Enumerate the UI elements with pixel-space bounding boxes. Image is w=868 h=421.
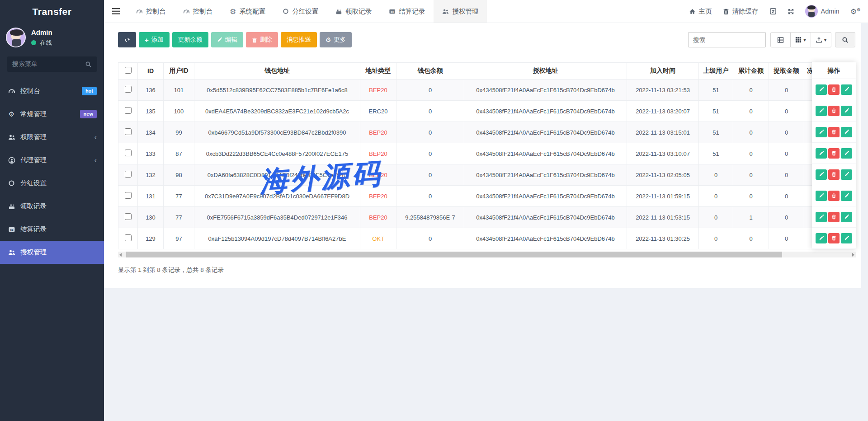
row-select-cell bbox=[118, 186, 138, 207]
sidebar-item-general[interactable]: ⚙ 常规管理 new bbox=[0, 103, 104, 126]
row-edit-alt-button[interactable] bbox=[841, 84, 852, 95]
row-edit-button[interactable] bbox=[816, 106, 827, 116]
horizontal-scrollbar[interactable] bbox=[118, 252, 856, 257]
search-submit-button[interactable] bbox=[835, 32, 855, 47]
cell-time: 2022-11-13 01:53:15 bbox=[627, 207, 699, 228]
row-checkbox[interactable] bbox=[125, 86, 132, 93]
edit-toolbar-button[interactable]: 编辑 bbox=[211, 32, 243, 47]
menu-search-input[interactable]: 搜索菜单 bbox=[7, 56, 97, 72]
user-menu[interactable]: Admin bbox=[805, 5, 840, 18]
cell-withdraw: 0 bbox=[769, 164, 804, 186]
table-search-input[interactable] bbox=[688, 32, 766, 47]
row-checkbox[interactable] bbox=[125, 192, 132, 199]
clear-cache-link[interactable]: 清除缓存 bbox=[723, 7, 759, 16]
sidebar-item-authorizations[interactable]: 授权管理 bbox=[0, 241, 104, 264]
action-row bbox=[812, 228, 856, 249]
row-edit-alt-button[interactable] bbox=[841, 148, 852, 159]
tab-console-2[interactable]: 控制台 bbox=[175, 0, 222, 23]
row-delete-button[interactable] bbox=[828, 212, 840, 222]
sidebar-item-settlements[interactable]: cc 结算记录 bbox=[0, 218, 104, 241]
home-link[interactable]: 主页 bbox=[689, 7, 712, 16]
columns-button[interactable]: ▾ bbox=[791, 32, 811, 47]
push-message-button[interactable]: 消息推送 bbox=[281, 32, 317, 47]
pencil-icon bbox=[819, 172, 824, 177]
cell-type: BEP20 bbox=[360, 186, 396, 207]
row-checkbox[interactable] bbox=[125, 150, 132, 156]
cell-auth: 0x434508fF21f4A0AaEcFc1F615cB704Dc9EbD67… bbox=[464, 143, 627, 164]
select-all-cell bbox=[118, 63, 138, 80]
sidebar-item-claims[interactable]: 领取记录 bbox=[0, 195, 104, 218]
row-select-cell bbox=[118, 228, 138, 249]
caret-down-icon: ▾ bbox=[803, 37, 806, 42]
row-edit-alt-button[interactable] bbox=[841, 106, 852, 116]
cell-wallet: 0xdEA4E5A74Be3209dBC832aE3FC21e102d9cb5A… bbox=[194, 101, 360, 122]
fullscreen-icon[interactable] bbox=[788, 8, 794, 15]
pencil-icon bbox=[819, 150, 824, 156]
delete-toolbar-button[interactable]: 删除 bbox=[246, 32, 278, 47]
scrollbar-thumb[interactable] bbox=[126, 252, 782, 257]
row-edit-button[interactable] bbox=[816, 212, 827, 222]
cell-parent: 0 bbox=[699, 164, 733, 186]
row-edit-button[interactable] bbox=[816, 127, 827, 137]
row-checkbox[interactable] bbox=[125, 213, 132, 220]
update-balance-button[interactable]: 更新余额 bbox=[172, 32, 208, 47]
add-button[interactable]: + 添加 bbox=[139, 32, 170, 47]
row-edit-button[interactable] bbox=[816, 233, 827, 243]
data-table: ID 用户ID 钱包地址 地址类型 钱包余额 授权地址 加入时间 上级用户 累计… bbox=[118, 62, 856, 257]
row-checkbox[interactable] bbox=[125, 171, 132, 178]
row-delete-button[interactable] bbox=[828, 233, 840, 243]
row-delete-button[interactable] bbox=[828, 106, 840, 116]
badge-hot: hot bbox=[82, 87, 97, 95]
row-delete-button[interactable] bbox=[828, 148, 840, 159]
cell-user_id: 77 bbox=[164, 207, 194, 228]
row-select-cell bbox=[118, 164, 138, 186]
scroll-left-arrow-icon[interactable] bbox=[119, 253, 122, 257]
tab-dividends[interactable]: 分红设置 bbox=[274, 0, 327, 23]
refresh-button[interactable] bbox=[118, 32, 136, 47]
row-edit-alt-button[interactable] bbox=[841, 127, 852, 137]
cell-user_id: 99 bbox=[164, 122, 194, 143]
row-edit-alt-button[interactable] bbox=[841, 212, 852, 222]
pencil-icon bbox=[819, 87, 824, 92]
more-button[interactable]: ⚙ 更多 bbox=[320, 32, 352, 47]
sidebar-item-console[interactable]: 控制台 hot bbox=[0, 80, 104, 103]
sidebar-item-agents[interactable]: 代理管理 ‹ bbox=[0, 149, 104, 172]
row-checkbox[interactable] bbox=[125, 107, 132, 114]
scroll-right-arrow-icon[interactable] bbox=[852, 253, 854, 257]
row-edit-alt-button[interactable] bbox=[841, 169, 852, 180]
caret-down-icon: ▾ bbox=[824, 37, 826, 42]
row-delete-button[interactable] bbox=[828, 127, 840, 137]
sidebar-item-dividends[interactable]: 分红设置 bbox=[0, 172, 104, 195]
sidebar-item-permissions[interactable]: 权限管理 ‹ bbox=[0, 126, 104, 149]
cell-user_id: 77 bbox=[164, 186, 194, 207]
row-delete-button[interactable] bbox=[828, 191, 840, 201]
row-edit-button[interactable] bbox=[816, 148, 827, 159]
cell-type: BEP20 bbox=[360, 80, 396, 101]
gear-icon: ⚙ bbox=[230, 7, 236, 16]
row-edit-button[interactable] bbox=[816, 169, 827, 180]
cell-auth: 0x434508fF21f4A0AaEcFc1F615cB704Dc9EbD67… bbox=[464, 101, 627, 122]
row-checkbox[interactable] bbox=[125, 128, 132, 135]
row-select-cell bbox=[118, 122, 138, 143]
action-card-body bbox=[812, 79, 856, 249]
select-all-checkbox[interactable] bbox=[125, 67, 132, 74]
tab-authorizations[interactable]: 授权管理 bbox=[434, 0, 487, 23]
cogs-icon[interactable]: ⚙⚙ bbox=[850, 7, 861, 16]
export-button[interactable]: ▾ bbox=[811, 32, 831, 47]
row-edit-alt-button[interactable] bbox=[841, 233, 852, 243]
row-delete-button[interactable] bbox=[828, 84, 840, 95]
row-edit-button[interactable] bbox=[816, 84, 827, 95]
tab-settlements[interactable]: cc 结算记录 bbox=[380, 0, 434, 23]
language-file-icon[interactable] bbox=[769, 8, 777, 15]
cell-type: BEP20 bbox=[360, 143, 396, 164]
cell-time: 2022-11-13 03:10:07 bbox=[627, 143, 699, 164]
row-checkbox[interactable] bbox=[125, 234, 132, 241]
row-edit-alt-button[interactable] bbox=[841, 191, 852, 201]
row-edit-button[interactable] bbox=[816, 191, 827, 201]
list-view-button[interactable] bbox=[770, 32, 791, 47]
hamburger-icon[interactable] bbox=[104, 0, 127, 23]
row-delete-button[interactable] bbox=[828, 169, 840, 180]
tab-claims[interactable]: 领取记录 bbox=[327, 0, 380, 23]
tab-console-1[interactable]: 控制台 bbox=[127, 0, 175, 23]
tab-system-config[interactable]: ⚙ 系统配置 bbox=[221, 0, 274, 23]
